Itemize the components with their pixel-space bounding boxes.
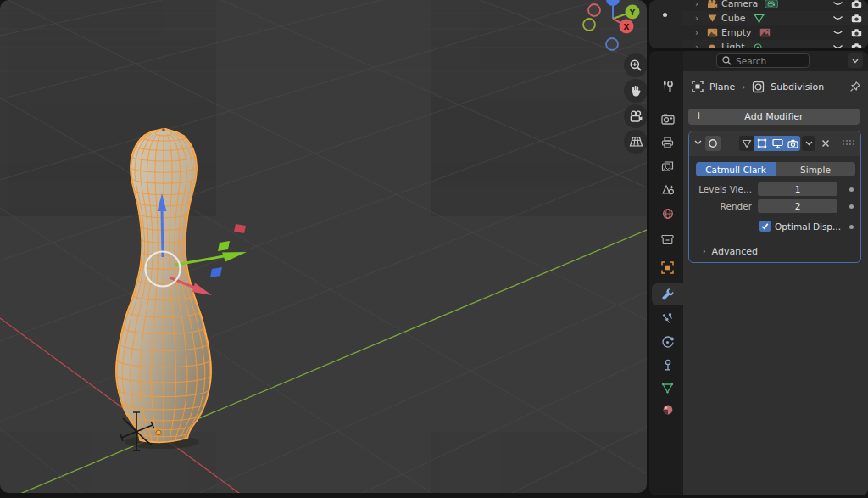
hide-eye-icon[interactable] [832, 42, 844, 48]
search-placeholder: Search [736, 56, 766, 66]
modifier-display-render-toggle[interactable] [785, 136, 800, 151]
material-icon [662, 404, 674, 416]
subdivision-modifier-panel: Catmull-Clark Simple Levels Vie... 1 Ren… [688, 131, 861, 263]
output-icon [661, 137, 674, 148]
perspective-grid-button[interactable] [624, 130, 647, 154]
outliner-panel: ›Camera›Cube›Empty›Light [649, 0, 868, 48]
tab-material[interactable] [652, 399, 683, 421]
modifier-display-edit-mode-toggle[interactable] [754, 136, 770, 151]
chevron-right-icon: › [703, 247, 706, 255]
expand-chevron-icon[interactable]: › [691, 42, 703, 48]
outliner-item-name[interactable]: Empty [721, 27, 751, 38]
modifier-display-on-cage-toggle[interactable] [739, 136, 754, 151]
outliner-row-cube[interactable]: ›Cube [682, 11, 868, 25]
image-object-icon [706, 27, 718, 38]
camera-view-icon [629, 110, 643, 123]
expand-chevron-icon[interactable]: › [691, 0, 703, 8]
outliner-row-empty[interactable]: ›Empty [682, 25, 868, 40]
outliner-item-name[interactable]: Camera [721, 0, 758, 9]
keyframe-decorator[interactable] [849, 187, 854, 192]
render-visibility-camera-icon[interactable] [850, 27, 863, 38]
search-icon [721, 55, 732, 66]
tab-output[interactable] [652, 131, 683, 154]
breadcrumb-separator: › [742, 82, 745, 92]
breadcrumb-object[interactable]: Plane [709, 81, 735, 92]
modifier-panel-header[interactable] [689, 131, 860, 156]
camera-view-button[interactable] [624, 104, 647, 128]
tab-object[interactable] [652, 256, 683, 278]
render-visibility-camera-icon[interactable] [850, 13, 863, 24]
tab-particles[interactable] [652, 307, 683, 329]
particles-icon [661, 312, 674, 325]
advanced-label: Advanced [712, 246, 758, 257]
render-levels-field[interactable]: 2 [758, 199, 837, 213]
subdivision-type-icon [705, 136, 721, 151]
image-data-icon [758, 27, 771, 39]
object-icon [692, 81, 704, 92]
tab-collection[interactable] [652, 228, 683, 250]
drag-handle-icon[interactable] [843, 140, 856, 147]
render-levels-row: Render 2 [689, 199, 860, 213]
expand-chevron-icon[interactable]: › [691, 14, 703, 23]
search-input[interactable]: Search [716, 53, 810, 68]
realtime-icon [772, 138, 783, 148]
light-data-icon [751, 42, 765, 49]
camera-data-icon [765, 0, 778, 10]
keyframe-decorator[interactable] [849, 204, 854, 209]
tab-tool[interactable] [652, 76, 683, 98]
properties-main: Plane › Subdivision + Add Modifier [683, 71, 868, 495]
delete-modifier-button[interactable] [819, 136, 832, 151]
expand-chevron-icon[interactable]: › [691, 28, 703, 37]
physics-icon [661, 336, 674, 349]
tab-physics[interactable] [652, 331, 683, 353]
svg-text:X: X [624, 23, 630, 31]
svg-text:Y: Y [629, 8, 636, 17]
add-modifier-button[interactable]: + Add Modifier [688, 109, 860, 125]
mesh-data-icon [752, 13, 765, 25]
light-object-icon [706, 42, 718, 48]
simple-button[interactable]: Simple [776, 162, 855, 176]
subdivision-algorithm-toggle: Catmull-Clark Simple [696, 162, 855, 176]
outliner-item-name[interactable]: Light [721, 42, 744, 48]
3d-viewport[interactable]: YX [0, 0, 647, 493]
tab-modifiers[interactable] [652, 283, 683, 305]
subdivision-modifier-icon [752, 81, 765, 93]
keyframe-decorator[interactable] [849, 225, 854, 229]
render-visibility-camera-icon[interactable] [850, 42, 863, 48]
hide-eye-icon[interactable] [832, 27, 844, 38]
tab-render[interactable] [652, 108, 683, 130]
pan-button[interactable] [624, 79, 647, 103]
properties-editor: Search Plane › Subdi [649, 51, 868, 495]
render-visibility-camera-icon[interactable] [850, 0, 863, 9]
tab-data[interactable] [652, 377, 683, 399]
outliner-row-light[interactable]: ›Light [682, 40, 868, 48]
modifier-extras-button[interactable] [802, 136, 815, 151]
breadcrumb: Plane › Subdivision [692, 78, 861, 95]
nav-neg-x-ball [588, 4, 600, 16]
advanced-section-toggle[interactable]: › Advanced [703, 244, 758, 258]
nav-neg-z-ball [606, 38, 618, 50]
tab-view-layer[interactable] [652, 155, 683, 177]
render-icon [787, 139, 798, 148]
camera-object-icon [706, 0, 718, 9]
hide-eye-icon[interactable] [832, 13, 844, 24]
outliner-item-name[interactable]: Cube [721, 13, 745, 24]
levels-viewport-field[interactable]: 1 [758, 182, 837, 196]
pin-icon[interactable] [849, 81, 861, 92]
outliner-row-camera[interactable]: ›Camera [682, 0, 868, 11]
properties-tab-strip [649, 51, 683, 495]
optimal-display-checkbox[interactable] [760, 221, 771, 232]
collection-icon [661, 234, 674, 245]
header-options-button[interactable] [848, 53, 863, 68]
catmull-clark-button[interactable]: Catmull-Clark [696, 162, 776, 176]
nav-neg-y-ball [583, 19, 595, 31]
pan-icon [629, 84, 643, 98]
expand-chevron-icon[interactable] [694, 138, 702, 147]
tab-constraints[interactable] [652, 354, 683, 376]
modifier-display-realtime-toggle[interactable] [770, 136, 785, 151]
zoom-button[interactable] [624, 53, 647, 77]
viewport-scene: YX [0, 0, 647, 493]
levels-viewport-label: Levels Vie... [650, 184, 752, 194]
breadcrumb-modifier[interactable]: Subdivision [771, 81, 824, 92]
hide-eye-icon[interactable] [832, 0, 844, 9]
